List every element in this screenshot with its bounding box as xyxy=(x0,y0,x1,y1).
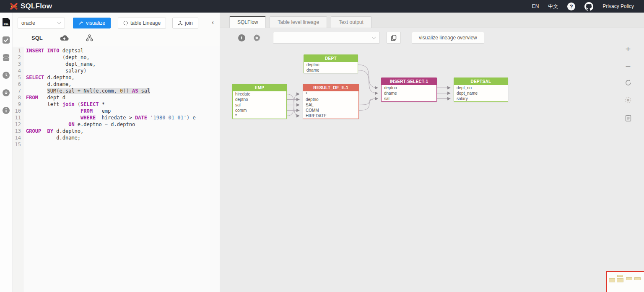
info-icon[interactable] xyxy=(2,106,10,114)
table-node-header[interactable]: EMP xyxy=(233,84,286,91)
table-column-row[interactable]: sal xyxy=(382,96,436,101)
chevron-down-icon xyxy=(57,22,61,24)
sql-document-icon[interactable]: SQL xyxy=(2,18,10,26)
table-node-header[interactable]: INSERT-SELECT-1 xyxy=(382,78,436,85)
database-icon[interactable] xyxy=(2,53,10,62)
lang-zh[interactable]: 中文 xyxy=(548,3,558,10)
table-column-row[interactable]: deptno xyxy=(304,62,358,67)
line-number: 12 xyxy=(13,121,21,128)
sql-code-editor[interactable]: 123456789101112131415 INSERT INTO deptsa… xyxy=(13,46,220,292)
editor-line: WHERE hiredate > DATE '1980-01-01') e xyxy=(26,114,220,121)
line-number: 8 xyxy=(13,94,21,101)
table-node-deptsal[interactable]: DEPTSALdept_nodept_namesalary xyxy=(454,78,508,102)
table-column-row[interactable]: dname xyxy=(382,90,436,96)
editor-line: SUM(e.sal + Nvl(e.comm, 0)) AS sal xyxy=(26,88,220,94)
table-column-row[interactable]: deptno xyxy=(233,97,286,102)
left-icon-rail: SQL xyxy=(0,13,13,292)
refresh-icon[interactable] xyxy=(623,78,633,88)
lang-en[interactable]: EN xyxy=(532,3,539,9)
line-number: 10 xyxy=(13,108,21,114)
collapse-panel-icon[interactable]: ‹ xyxy=(212,19,214,26)
editor-line: (dept_no, xyxy=(26,54,220,61)
sqlflow-logo[interactable]: SQLFlow xyxy=(10,2,52,10)
editor-code: INSERT INTO deptsal (dept_no, dept_name,… xyxy=(23,47,220,292)
settings-gear-icon[interactable] xyxy=(252,33,261,42)
table-column-row[interactable]: * xyxy=(233,113,286,119)
center-focus-icon[interactable] xyxy=(623,95,633,105)
line-number: 13 xyxy=(13,128,21,134)
download-icon[interactable] xyxy=(2,88,10,97)
table-column-row[interactable]: * xyxy=(303,91,358,97)
sql-tab-label[interactable]: SQL xyxy=(31,35,43,41)
visualize-icon xyxy=(78,21,84,26)
table-column-row[interactable]: dept_name xyxy=(454,90,508,96)
check-square-icon[interactable] xyxy=(2,36,10,44)
tab-text-output[interactable]: Text output xyxy=(331,16,371,28)
visualize-button[interactable]: visualize xyxy=(73,18,111,28)
clipboard-icon[interactable] xyxy=(623,113,633,123)
table-node-result_of_e-1[interactable]: RESULT_OF_E-1*deptnoSALCOMMHIREDATE xyxy=(303,84,359,119)
privacy-policy-link[interactable]: Privacy Policy xyxy=(602,3,634,9)
zoom-in-icon[interactable]: + xyxy=(623,47,633,54)
table-column-row[interactable]: sal xyxy=(233,102,286,108)
lineage-edge xyxy=(359,99,378,111)
join-button[interactable]: join xyxy=(172,18,198,28)
lineage-tab-bar: SQLFlowTable level lineageText output xyxy=(220,16,644,28)
canvas-zoom-tools: + − xyxy=(623,47,633,123)
table-column-row[interactable]: hiredate xyxy=(233,91,286,97)
lineage-panel: SQLFlowTable level lineageText output i … xyxy=(220,13,644,292)
editor-line: left join (SELECT * xyxy=(26,101,220,108)
lineage-canvas[interactable]: DEPTdeptnodnameEMPhiredatedeptnosalcomm*… xyxy=(220,47,644,292)
minimap[interactable] xyxy=(606,271,644,292)
editor-line: d.dname, xyxy=(26,81,220,88)
editor-gutter: 123456789101112131415 xyxy=(13,47,23,292)
result-select[interactable] xyxy=(273,32,380,44)
table-node-insert-select-1[interactable]: INSERT-SELECT-1deptnodnamesal xyxy=(381,78,437,102)
lineage-toolbar: i visualize lineage overview xyxy=(220,28,644,47)
sqlflow-logo-icon xyxy=(10,3,18,10)
minimap-node xyxy=(617,278,623,282)
table-node-emp[interactable]: EMPhiredatedeptnosalcomm* xyxy=(232,84,287,119)
table-lineage-icon xyxy=(123,21,128,26)
result-info-icon[interactable]: i xyxy=(237,33,246,42)
minimap-node xyxy=(617,275,623,277)
history-clock-icon[interactable] xyxy=(2,71,10,79)
github-icon[interactable] xyxy=(584,2,593,11)
line-number: 15 xyxy=(13,141,21,148)
editor-line: salary) xyxy=(26,67,220,74)
tab-sqlflow[interactable]: SQLFlow xyxy=(229,16,266,28)
table-column-row[interactable]: comm xyxy=(233,108,286,113)
hierarchy-icon[interactable] xyxy=(86,34,93,41)
upload-cloud-icon[interactable] xyxy=(60,34,69,41)
database-select[interactable]: oracle xyxy=(18,18,65,28)
visualize-lineage-overview-button[interactable]: visualize lineage overview xyxy=(412,32,484,44)
minimap-node xyxy=(626,277,632,280)
copy-icon[interactable] xyxy=(387,32,401,44)
table-node-header[interactable]: RESULT_OF_E-1 xyxy=(303,84,358,91)
help-icon[interactable]: ? xyxy=(567,3,575,10)
table-lineage-button[interactable]: table Lineage xyxy=(118,18,166,28)
table-column-row[interactable]: HIREDATE xyxy=(303,113,358,119)
editor-line: INSERT INTO deptsal xyxy=(26,47,220,54)
line-number: 6 xyxy=(13,81,21,88)
table-node-header[interactable]: DEPTSAL xyxy=(454,78,508,85)
table-column-row[interactable]: salary xyxy=(454,96,508,101)
table-column-row[interactable]: SAL xyxy=(303,102,358,108)
brand-name: SQLFlow xyxy=(21,2,52,10)
table-node-header[interactable]: DEPT xyxy=(304,55,358,62)
line-number: 11 xyxy=(13,114,21,121)
zoom-out-icon[interactable]: − xyxy=(623,62,633,72)
editor-line: ON e.deptno = d.deptno xyxy=(26,121,220,128)
editor-line: GROUP BY d.deptno, xyxy=(26,128,220,134)
table-node-dept[interactable]: DEPTdeptnodname xyxy=(304,54,358,73)
line-number: 2 xyxy=(13,54,21,61)
table-column-row[interactable]: dname xyxy=(304,67,358,73)
table-column-row[interactable]: deptno xyxy=(382,85,436,90)
line-number: 4 xyxy=(13,67,21,74)
table-column-row[interactable]: COMM xyxy=(303,108,358,113)
tab-table-level-lineage[interactable]: Table level lineage xyxy=(270,16,327,28)
chevron-down-icon xyxy=(371,36,376,39)
top-bar: SQLFlow EN 中文 ? Privacy Policy xyxy=(0,0,644,13)
table-column-row[interactable]: dept_no xyxy=(454,85,508,90)
table-column-row[interactable]: deptno xyxy=(303,97,358,102)
